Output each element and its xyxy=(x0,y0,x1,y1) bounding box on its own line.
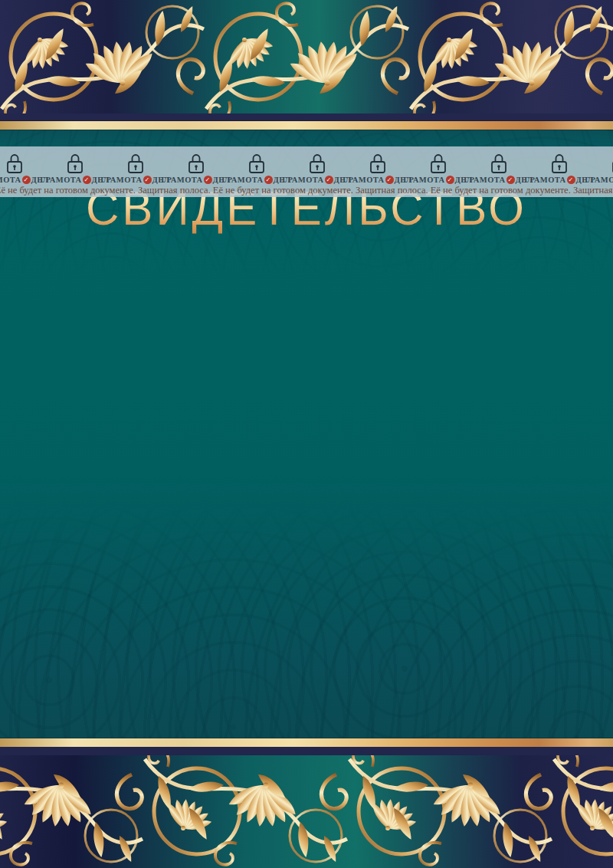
check-badge-icon: ✓ xyxy=(143,176,152,184)
brand-label: ГРАМОТА ✓ ДЕЛ xyxy=(524,176,593,184)
padlock-icon xyxy=(247,153,266,174)
padlock-icon xyxy=(490,153,508,174)
check-badge-icon: ✓ xyxy=(446,176,454,184)
brand-label: ГРАМОТА ✓ ДЕЛ xyxy=(464,176,533,184)
brand-left: ГРАМОТА xyxy=(343,176,384,184)
check-badge-icon: ✓ xyxy=(83,176,91,184)
brand-label: ГРАМОТА ✓ ДЕЛ xyxy=(343,176,411,184)
watermark-unit: ГРАМОТА ✓ ДЕЛ xyxy=(287,146,347,184)
brand-label: ГРАМОТА ✓ ДЕЛ xyxy=(40,176,109,184)
gold-stripe-bottom xyxy=(0,738,613,747)
brand-left: ГРАМОТА xyxy=(0,176,21,184)
brand-label: ГРАМОТА ✓ ДЕЛ xyxy=(221,176,290,184)
watermark-unit: ГРАМОТА ✓ ДЕЛ xyxy=(408,146,468,184)
navy-divider-bottom xyxy=(0,747,613,755)
brand-left: ГРАМОТА xyxy=(40,176,81,184)
brand-label: ГРАМОТА ✓ ДЕЛ xyxy=(100,176,169,184)
check-badge-icon: ✓ xyxy=(264,176,273,184)
check-badge-icon: ✓ xyxy=(204,176,212,184)
navy-divider-top xyxy=(0,113,613,121)
gold-floral-ornament-bottom xyxy=(0,755,613,868)
padlock-icon xyxy=(5,153,24,174)
brand-label: ГРАМОТА ✓ ДЕЛ xyxy=(161,176,230,184)
watermark-unit: ГРАМОТА ✓ ДЕЛ xyxy=(347,146,408,184)
padlock-icon xyxy=(369,153,387,174)
padlock-icon xyxy=(66,153,84,174)
watermark-unit: ГРАМОТА ✓ ДЕЛ xyxy=(105,146,166,184)
watermark-unit: ГРАМОТА ✓ ДЕЛ xyxy=(44,146,105,184)
certificate-page: Свидетельство ГРАМОТА ✓ ДЕЛ xyxy=(0,0,613,868)
watermark-strip: ГРАМОТА ✓ ДЕЛ ГРАМОТА ✓ ДЕЛ xyxy=(0,146,613,197)
brand-label: ГРАМОТА ✓ ДЕЛ xyxy=(282,176,351,184)
faint-swirl-pattern-bottom xyxy=(0,506,613,738)
padlock-icon xyxy=(187,153,205,174)
brand-left: ГРАМОТА xyxy=(161,176,202,184)
watermark-unit: ГРАМОТА ✓ ДЕЛ xyxy=(589,146,613,184)
brand-left: ГРАМОТА xyxy=(221,176,263,184)
brand-label: ГРАМОТА ✓ ДЕЛ xyxy=(585,176,613,184)
protection-sentence: Защитная полоса. Её не будет на готовом … xyxy=(573,185,613,196)
watermark-unit: ГРАМОТА ✓ ДЕЛ xyxy=(529,146,589,184)
padlock-icon xyxy=(550,153,569,174)
watermark-unit: ГРАМОТА ✓ ДЕЛ xyxy=(166,146,226,184)
watermark-unit: ГРАМОТА ✓ ДЕЛ xyxy=(468,146,529,184)
brand-left: ГРАМОТА xyxy=(100,176,142,184)
brand-left: ГРАМОТА xyxy=(403,176,444,184)
brand-label: ГРАМОТА ✓ ДЕЛ xyxy=(403,176,472,184)
protection-notice-line: Защитная полоса. Её не будет на готовом … xyxy=(0,185,613,196)
brand-left: ГРАМОТА xyxy=(524,176,565,184)
check-badge-icon: ✓ xyxy=(506,176,515,184)
check-badge-icon: ✓ xyxy=(325,176,333,184)
check-badge-icon: ✓ xyxy=(385,176,394,184)
padlock-icon xyxy=(611,153,613,174)
check-badge-icon: ✓ xyxy=(22,176,31,184)
gold-floral-ornament-top xyxy=(0,0,613,113)
protection-sentence: Защитная полоса. Её не будет на готовом … xyxy=(138,185,356,196)
brand-left: ГРАМОТА xyxy=(585,176,613,184)
padlock-icon xyxy=(429,153,447,174)
padlock-icon xyxy=(126,153,145,174)
padlock-icon xyxy=(308,153,326,174)
brand-left: ГРАМОТА xyxy=(282,176,323,184)
gold-stripe-top xyxy=(0,121,613,130)
protection-sentence: Защитная полоса. Её не будет на готовом … xyxy=(0,185,138,196)
watermark-units-row: ГРАМОТА ✓ ДЕЛ ГРАМОТА ✓ ДЕЛ xyxy=(0,146,613,184)
protection-sentence: Защитная полоса. Её не будет на готовом … xyxy=(356,185,573,196)
brand-left: ГРАМОТА xyxy=(464,176,505,184)
check-badge-icon: ✓ xyxy=(567,176,575,184)
watermark-unit: ГРАМОТА ✓ ДЕЛ xyxy=(226,146,287,184)
watermark-unit: ГРАМОТА ✓ ДЕЛ xyxy=(0,146,44,184)
